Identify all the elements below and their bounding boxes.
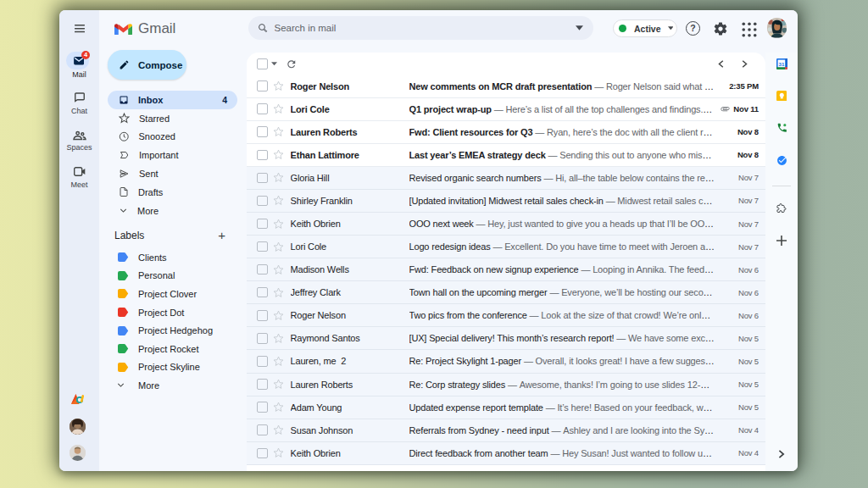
svg-text:31: 31 <box>778 61 784 67</box>
